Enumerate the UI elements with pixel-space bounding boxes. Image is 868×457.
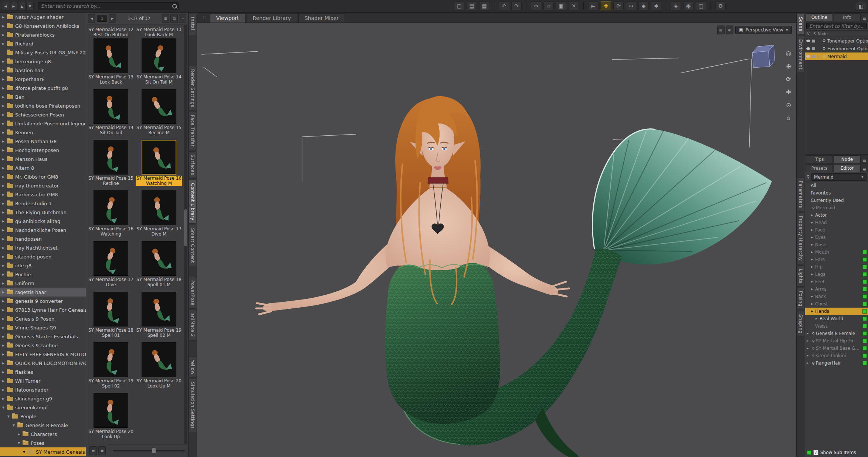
color-swatch-icon[interactable] <box>862 361 867 365</box>
camera-options-icon[interactable]: ◐ <box>726 26 733 34</box>
pose-thumbnail[interactable]: SY Mermaid Pose 20 Look Up <box>87 392 135 443</box>
tree-item-pochie[interactable]: ▶Pochie <box>0 270 86 279</box>
rotate-tool-icon[interactable]: ⟳ <box>613 1 624 10</box>
parameter-group-sy-mertail-base-g[interactable]: ▶♀SY Mertail Base G... <box>805 345 868 352</box>
tree-item-ragettis-haar[interactable]: ▶ragettis haar <box>0 288 86 297</box>
parameter-node-dropdown[interactable]: Mermaid ▼ <box>811 173 867 181</box>
expand-icon[interactable]: ▶ <box>811 265 815 268</box>
node-select-tool-icon[interactable]: ► <box>588 1 599 10</box>
dock-tab-environment[interactable]: Environment <box>797 36 804 73</box>
tree-item-quick-run-locomotion-pack[interactable]: ▶QUICK RUN LOCOMOTION PACK <box>0 359 86 368</box>
tree-expand-icon[interactable]: ▶ <box>2 184 7 187</box>
tree-expand-icon[interactable]: ▶ <box>2 158 7 161</box>
copy-icon[interactable]: ▱ <box>543 1 554 10</box>
visibility-eye-icon[interactable] <box>806 55 810 58</box>
drawstyle-icon[interactable]: ▧ <box>717 26 725 34</box>
tree-expand-icon[interactable]: ▶ <box>2 353 7 356</box>
scrollbar-thumb[interactable] <box>184 209 187 246</box>
visibility-eye-icon[interactable] <box>806 40 810 42</box>
expand-icon[interactable]: ▶ <box>811 236 815 239</box>
nav-history-icon[interactable]: ▼ <box>26 2 34 11</box>
zoom-in-thumbs-icon[interactable]: ▣ <box>98 446 106 455</box>
tree-item-herrenringe-g8[interactable]: ▶herrenringe g8 <box>0 57 86 66</box>
tab-presets[interactable]: Presets <box>806 164 833 172</box>
dock-tab-posing[interactable]: Posing <box>797 288 804 310</box>
tree-expand-icon[interactable]: ▶ <box>2 362 7 365</box>
tree-item-posen-nathan-g8[interactable]: ▶Posen Nathan G8 <box>0 137 86 146</box>
pose-thumbnail[interactable]: SY Mermaid Pose 14 Sit On Tail M <box>135 37 183 88</box>
expand-icon[interactable]: ▶ <box>807 362 811 365</box>
surface-tool-icon[interactable]: ◈ <box>671 1 681 10</box>
tree-expand-icon[interactable]: ▶ <box>2 131 7 134</box>
color-swatch-icon[interactable] <box>862 324 867 328</box>
tree-expand-icon[interactable]: ▶ <box>2 264 7 267</box>
tree-expand-icon[interactable]: ▶ <box>2 149 7 152</box>
aim-camera-icon[interactable]: ⊕ <box>784 62 793 71</box>
expand-icon[interactable]: ▶ <box>811 228 815 231</box>
tab-viewport[interactable]: Viewport <box>210 13 245 23</box>
pose-tool-icon[interactable]: ✱ <box>651 1 661 10</box>
color-swatch-icon[interactable] <box>862 346 867 351</box>
expand-icon[interactable]: ▶ <box>816 317 820 320</box>
expand-icon[interactable]: ▶ <box>807 354 811 357</box>
tree-expand-icon[interactable]: ▶ <box>2 228 7 232</box>
color-swatch-icon[interactable] <box>862 353 867 358</box>
tab-outline[interactable]: Outline <box>806 13 833 21</box>
tree-expand-icon[interactable]: ▶ <box>18 433 22 436</box>
selectable-icon[interactable] <box>812 40 815 43</box>
tree-item-bastien-hair[interactable]: ▶bastien hair <box>0 66 86 75</box>
expand-icon[interactable]: ▶ <box>811 273 815 276</box>
tree-expand-icon[interactable]: ▶ <box>2 220 7 223</box>
tree-expand-icon[interactable]: ▶ <box>2 379 7 383</box>
tree-expand-icon[interactable]: ▶ <box>2 60 7 63</box>
tree-expand-icon[interactable]: ▼ <box>23 450 27 454</box>
tree-item-genesis-8-female[interactable]: ▼Genesis 8 Female <box>0 421 86 430</box>
cut-icon[interactable]: ✂ <box>531 1 541 10</box>
color-swatch-icon[interactable] <box>862 339 867 343</box>
pane-layout-icon[interactable]: ◧ <box>856 2 866 11</box>
tree-item-people[interactable]: ▼People <box>0 412 86 421</box>
tree-expand-icon[interactable]: ▶ <box>2 326 7 329</box>
tree-expand-icon[interactable]: ▶ <box>2 211 7 214</box>
tree-expand-icon[interactable]: ▼ <box>13 424 17 427</box>
color-swatch-icon[interactable] <box>862 265 867 269</box>
color-swatch-icon[interactable] <box>862 316 867 321</box>
tree-item-kennen[interactable]: ▶Kennen <box>0 128 86 137</box>
orbit-camera-icon[interactable]: ⟳ <box>784 75 793 84</box>
pose-thumbnail[interactable]: SY Mermaid Pose 16 Watching <box>87 189 135 240</box>
expand-icon[interactable]: ▶ <box>811 243 815 246</box>
tree-item-korperhaare[interactable]: ▶korperhaarE <box>0 75 86 84</box>
dock-tab-animate-2[interactable]: aniMate 2 <box>189 310 196 340</box>
tab-node[interactable]: Node <box>834 155 861 163</box>
settings-icon[interactable]: ⚙ <box>715 1 726 10</box>
tree-item-genesis-9-zaehne[interactable]: ▶Genesis 9 zaehne <box>0 341 86 350</box>
tab-tips[interactable]: Tips <box>806 155 833 163</box>
tree-expand-icon[interactable]: ▶ <box>2 335 7 338</box>
pose-thumbnail[interactable]: SY Mermaid Pose 20 Look Up M <box>135 341 183 392</box>
tree-expand-icon[interactable]: ▶ <box>2 273 7 276</box>
tree-expand-icon[interactable]: ▶ <box>2 95 7 99</box>
tree-expand-icon[interactable]: ▶ <box>2 202 7 205</box>
tree-expand-icon[interactable]: ▶ <box>2 16 7 19</box>
tree-item-sitzende-posen[interactable]: ▶sitzende posen <box>0 252 86 261</box>
tree-expand-icon[interactable]: ▶ <box>2 113 7 116</box>
reset-camera-icon[interactable]: ⌂ <box>784 114 793 122</box>
expand-icon[interactable]: ▶ <box>811 251 815 254</box>
pose-thumbnail[interactable]: SY Mermaid Pose 18 Spell 01 M <box>135 240 183 291</box>
pane-menu-icon[interactable]: ≡ <box>861 167 867 172</box>
tree-expand-icon[interactable]: ▼ <box>7 415 12 418</box>
pose-thumbnail[interactable]: SY Mermaid Pose 16 Watching M <box>135 139 183 189</box>
tree-expand-icon[interactable]: ▶ <box>2 87 7 90</box>
pane-menu-icon[interactable]: ≡ <box>861 16 867 21</box>
tree-expand-icon[interactable]: ▶ <box>2 42 7 45</box>
zoom-camera-icon[interactable]: ⊙ <box>784 101 793 109</box>
tree-item-mr-gibbs-for-gm8[interactable]: ▶Mr. Gibbs for GM8 <box>0 172 86 181</box>
tree-item-iray-thumbcreator[interactable]: ▶iray thumbcreator <box>0 181 86 190</box>
scale-tool-icon[interactable]: ◆ <box>638 1 649 10</box>
parameter-group-nose[interactable]: ▶Nose <box>805 241 868 248</box>
pose-thumbnail[interactable]: SY Mermaid Pose 12 Rest On Bottom <box>87 25 135 37</box>
frame-camera-icon[interactable]: ◎ <box>784 49 793 58</box>
tree-expand-icon[interactable]: ▶ <box>2 104 7 108</box>
page-number-field[interactable]: 1 <box>97 15 107 22</box>
scene-node-environment-options[interactable]: ⚙Environment Options <box>805 45 868 53</box>
